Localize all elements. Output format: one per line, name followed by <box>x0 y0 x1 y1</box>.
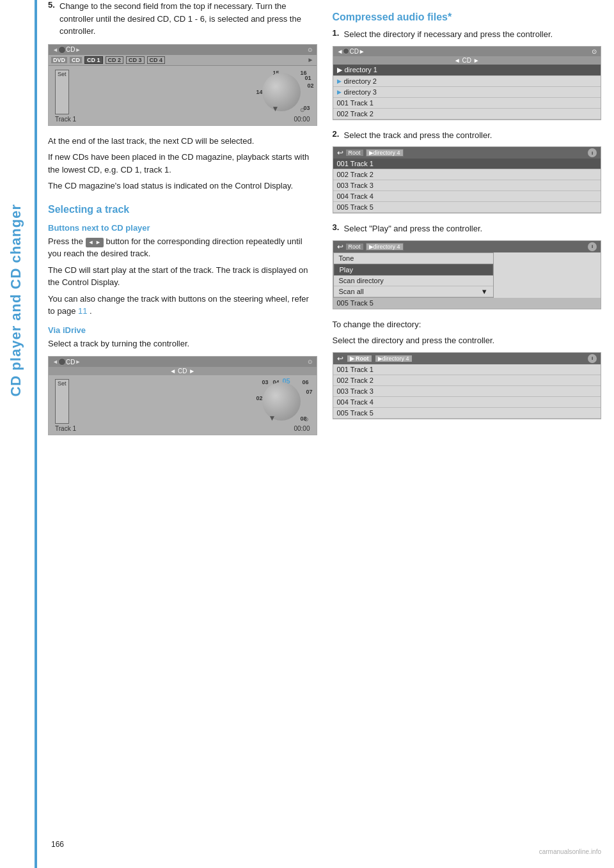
menu-scan-dir[interactable]: Scan directory <box>334 275 493 286</box>
watermark: carmanualsonline.info <box>539 848 601 855</box>
dir-row-1[interactable]: ▶ directory 1 <box>333 65 601 76</box>
cd4-btn[interactable]: CD 4 <box>147 56 166 64</box>
indicator-1: ⊙ <box>300 107 305 113</box>
sub1-para-3b: . <box>90 306 92 316</box>
dvd-btn[interactable]: DVD <box>51 57 67 63</box>
cd-dial-2 <box>262 382 301 421</box>
screen-2-top-bar: ◄ CD ► ⊙ <box>49 357 317 367</box>
press-text: Press the <box>48 236 83 246</box>
dir-row-3[interactable]: ▶ directory 3 <box>333 87 601 98</box>
indicator-2: ⊙ <box>304 416 309 422</box>
num-06: 06 <box>302 379 308 385</box>
dir-row-2[interactable]: ▶ directory 2 <box>333 76 601 87</box>
back-btn-r2[interactable]: ↩ <box>337 148 343 157</box>
nav-bar-r3: ↩ Root ▶directory 4 i <box>333 241 601 252</box>
cd-selector-bar: DVD CD CD 1 CD 2 CD 3 CD 4 ► <box>49 55 317 66</box>
cd-icon <box>58 46 66 54</box>
step-5: 5. Change to the second field from the t… <box>48 0 317 38</box>
track-002-r4[interactable]: 002 Track 2 <box>333 375 601 386</box>
menu-tone[interactable]: Tone <box>334 253 493 264</box>
screen-r4: ↩ ▶ Root ▶directory 4 i 001 Track 1 002 … <box>333 352 602 419</box>
dir-arrow-1: ▶ <box>337 66 342 74</box>
down-arrow-1: ▼ <box>272 104 279 113</box>
cd3-btn[interactable]: CD 3 <box>126 56 145 64</box>
num-07: 07 <box>306 389 312 395</box>
dir4-crumb-r3[interactable]: ▶directory 4 <box>366 243 404 251</box>
num-01: 01 <box>304 75 311 81</box>
track-002-r2[interactable]: 002 Track 2 <box>333 169 601 180</box>
step-r3: 3. Select "Play" and press the controlle… <box>333 222 602 235</box>
nav-info-r4: i <box>588 354 597 363</box>
track-003-r4[interactable]: 003 Track 3 <box>333 386 601 397</box>
back-btn-r4[interactable]: ↩ <box>337 354 343 363</box>
screen-2: ◄ CD ► ⊙ ◄ CD ► Set 03 04 05 06 <box>48 356 317 435</box>
set-label-2: Set <box>55 379 69 424</box>
track-button[interactable]: ◄ ► <box>86 238 104 248</box>
cd-label: CD <box>66 46 75 53</box>
cd-sub-r1: ◄ CD ► <box>333 56 601 65</box>
cd2-btn[interactable]: CD 2 <box>106 56 124 64</box>
right-arrow-cd: ► <box>308 56 314 63</box>
track-label-1: Track 1 <box>55 116 76 123</box>
cd-dial-1 <box>262 73 301 111</box>
dir-row-track1[interactable]: 001 Track 1 <box>333 98 601 109</box>
dir4-crumb-r2[interactable]: ▶directory 4 <box>366 149 404 157</box>
track-004-r4[interactable]: 004 Track 4 <box>333 397 601 408</box>
screen-2-container: ◄ CD ► ⊙ ◄ CD ► Set 03 04 05 06 <box>48 356 317 435</box>
page-link[interactable]: 11 <box>78 306 87 316</box>
popup-area: Tone Play Scan directory Scan all ▼ <box>333 252 601 298</box>
cd-display-1: Set 15 16 01 02 03 14 ▼ <box>49 66 317 125</box>
para-2: If new CDs have been placed in the CD ma… <box>48 151 317 176</box>
root-crumb-r3[interactable]: Root <box>346 244 363 250</box>
track-005-r2[interactable]: 005 Track 5 <box>333 202 601 213</box>
track-005-r4[interactable]: 005 Track 5 <box>333 408 601 419</box>
menu-scan-all[interactable]: Scan all ▼ <box>334 286 493 297</box>
track-004-r2[interactable]: 004 Track 4 <box>333 191 601 202</box>
dir4-crumb-r4[interactable]: ▶directory 4 <box>375 355 412 362</box>
screen-r1: ◄ CD ► ⊙ ◄ CD ► ▶ directory 1 ▶ director… <box>333 46 602 120</box>
screen-r4-container: ↩ ▶ Root ▶directory 4 i 001 Track 1 002 … <box>333 352 602 419</box>
info-r1: ⊙ <box>592 48 597 55</box>
back-btn-r3[interactable]: ↩ <box>337 242 343 251</box>
cd-label-2: CD <box>66 359 75 366</box>
via-idrive-heading: Via iDrive <box>48 325 317 335</box>
dir-arrow-2: ▶ <box>337 78 342 84</box>
num-03b: 03 <box>262 379 269 385</box>
cd1-btn[interactable]: CD 1 <box>84 56 103 64</box>
cd-btn[interactable]: CD <box>70 57 82 63</box>
step-r2-text: Select the track and press the controlle… <box>344 129 492 142</box>
nav-info-r2: i <box>588 148 597 157</box>
compressed-audio-heading: Compressed audio files* <box>333 12 602 23</box>
screen-r1-top: ◄ CD ► ⊙ <box>333 47 601 56</box>
nav-bar-r2: ↩ Root ▶directory 4 i <box>333 147 601 159</box>
menu-play[interactable]: Play <box>334 264 493 275</box>
step-r1-number: 1. <box>333 28 340 41</box>
left-arrow: ◄ <box>52 47 58 53</box>
screen-1: ◄ CD ► ⊙ DVD CD CD 1 CD 2 CD 3 CD 4 ► <box>48 44 317 126</box>
track-003-r2[interactable]: 003 Track 3 <box>333 180 601 191</box>
time-label-1: 00:00 <box>294 116 310 123</box>
track-001-r4[interactable]: 001 Track 1 <box>333 364 601 375</box>
info-icon: ⊙ <box>308 47 313 53</box>
para-change: To change the directory: <box>333 318 602 331</box>
root-crumb-r4[interactable]: ▶ Root <box>346 354 373 363</box>
track-001-r2[interactable]: 001 Track 1 <box>333 159 601 169</box>
para-1: At the end of the last track, the next C… <box>48 135 317 148</box>
dir-arrow-3: ▶ <box>337 89 342 95</box>
sub1-para-2: The CD will start play at the start of t… <box>48 264 317 289</box>
screen-2-second-bar: ◄ CD ► <box>49 367 317 375</box>
down-arrow-2: ▼ <box>269 414 276 422</box>
dir-row-track2[interactable]: 002 Track 2 <box>333 109 601 120</box>
sub1-para-3-text: You can also change the track with butto… <box>48 294 309 316</box>
screen-r3-container: ↩ Root ▶directory 4 i Tone Play Scan dir… <box>333 240 602 309</box>
dir-label-3: directory 3 <box>344 88 377 96</box>
nav-bar-r4: ↩ ▶ Root ▶directory 4 i <box>333 353 601 364</box>
step-r2: 2. Select the track and press the contro… <box>333 129 602 142</box>
screen-r1-container: ◄ CD ► ⊙ ◄ CD ► ▶ directory 1 ▶ director… <box>333 46 602 120</box>
page-number: 166 <box>51 840 64 849</box>
sidebar-label: CD player and CD changer <box>8 204 24 397</box>
num-02b: 02 <box>256 395 263 401</box>
screen-r3: ↩ Root ▶directory 4 i Tone Play Scan dir… <box>333 240 602 309</box>
root-crumb-r2[interactable]: Root <box>346 150 363 156</box>
step-r1-text: Select the directory if necessary and pr… <box>344 28 553 41</box>
